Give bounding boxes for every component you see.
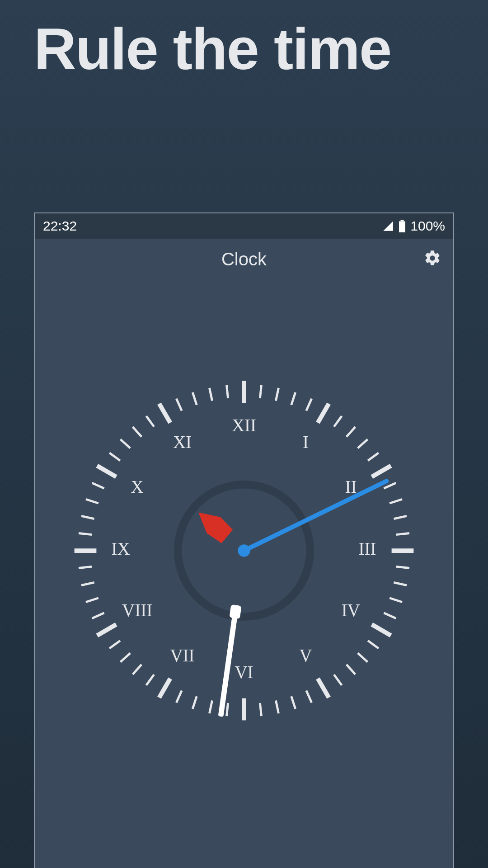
svg-line-7 [319, 406, 328, 421]
hour-hand [192, 504, 234, 544]
svg-line-39 [133, 665, 141, 674]
svg-line-56 [147, 417, 153, 426]
svg-line-42 [99, 626, 114, 635]
svg-line-49 [82, 516, 93, 519]
svg-text:IV: IV [342, 600, 360, 620]
svg-text:II: II [345, 477, 357, 496]
svg-line-26 [335, 675, 341, 684]
svg-line-57 [160, 406, 169, 421]
svg-line-15 [395, 516, 406, 519]
svg-line-11 [369, 453, 378, 460]
svg-line-20 [391, 598, 401, 602]
svg-text:XII: XII [232, 415, 256, 435]
svg-text:VII: VII [170, 646, 194, 665]
svg-line-19 [395, 583, 406, 585]
svg-line-16 [397, 533, 408, 535]
app-header: Clock [35, 239, 453, 279]
settings-button[interactable] [423, 249, 441, 269]
svg-line-21 [385, 613, 395, 618]
phone-frame: 22:32 100% Clock XIIIIIIIIIVVVIVIIVIIIIX… [34, 212, 454, 868]
svg-line-18 [397, 567, 408, 568]
svg-line-53 [110, 453, 119, 460]
status-bar: 22:32 100% [35, 213, 453, 239]
svg-line-29 [291, 698, 295, 708]
svg-line-35 [193, 698, 197, 708]
svg-line-48 [80, 533, 90, 535]
svg-line-44 [87, 598, 97, 602]
svg-line-23 [369, 642, 378, 648]
svg-line-5 [291, 393, 295, 404]
promo-headline: Rule the time [0, 0, 488, 80]
svg-line-24 [359, 654, 367, 661]
status-right: 100% [382, 218, 445, 234]
svg-line-36 [177, 692, 181, 702]
svg-line-22 [374, 626, 389, 635]
svg-line-8 [335, 417, 341, 426]
svg-line-45 [82, 583, 93, 585]
svg-line-55 [133, 428, 141, 436]
svg-line-40 [121, 654, 129, 661]
svg-text:XI: XI [173, 432, 192, 452]
svg-text:VI: VI [235, 662, 253, 682]
svg-line-60 [210, 389, 212, 400]
clock-area: XIIIIIIIIIVVVIVIIVIIIIXXXI [35, 279, 453, 822]
svg-line-4 [276, 389, 278, 400]
svg-text:I: I [303, 432, 309, 452]
svg-line-25 [347, 665, 354, 674]
svg-line-10 [359, 440, 367, 447]
signal-icon [382, 220, 394, 232]
svg-line-46 [80, 567, 90, 568]
svg-line-38 [147, 675, 153, 684]
svg-text:V: V [299, 646, 312, 665]
svg-text:X: X [131, 477, 143, 496]
svg-line-58 [177, 400, 181, 410]
svg-line-59 [193, 393, 197, 404]
minute-hand [216, 604, 242, 717]
svg-line-37 [160, 680, 169, 696]
svg-line-30 [276, 702, 278, 712]
svg-text:VIII: VIII [122, 600, 152, 620]
battery-percent: 100% [410, 218, 445, 234]
svg-line-61 [227, 386, 228, 397]
svg-line-14 [391, 500, 401, 503]
svg-line-33 [227, 704, 228, 715]
svg-line-50 [87, 500, 97, 503]
svg-line-31 [260, 704, 262, 715]
app-title: Clock [221, 249, 267, 269]
analog-clock[interactable]: XIIIIIIIIIVVVIVIIVIIIIXXXI [68, 374, 420, 727]
svg-line-52 [99, 467, 114, 476]
svg-line-12 [374, 467, 389, 476]
svg-line-6 [307, 400, 311, 410]
svg-line-27 [319, 680, 328, 696]
svg-line-51 [93, 483, 103, 488]
battery-icon [399, 220, 406, 232]
svg-rect-1 [401, 220, 404, 222]
svg-line-54 [121, 440, 129, 447]
svg-marker-76 [192, 504, 234, 544]
svg-line-41 [110, 642, 119, 648]
svg-point-75 [236, 542, 253, 559]
svg-line-34 [210, 702, 212, 712]
status-time: 22:32 [43, 218, 77, 234]
gear-icon [423, 249, 441, 267]
svg-text:III: III [359, 539, 376, 558]
svg-line-13 [385, 483, 395, 488]
svg-line-28 [307, 692, 311, 702]
svg-line-43 [93, 613, 103, 618]
svg-text:IX: IX [111, 539, 130, 558]
svg-line-9 [347, 428, 354, 436]
svg-rect-0 [399, 222, 405, 233]
svg-line-3 [260, 386, 262, 397]
